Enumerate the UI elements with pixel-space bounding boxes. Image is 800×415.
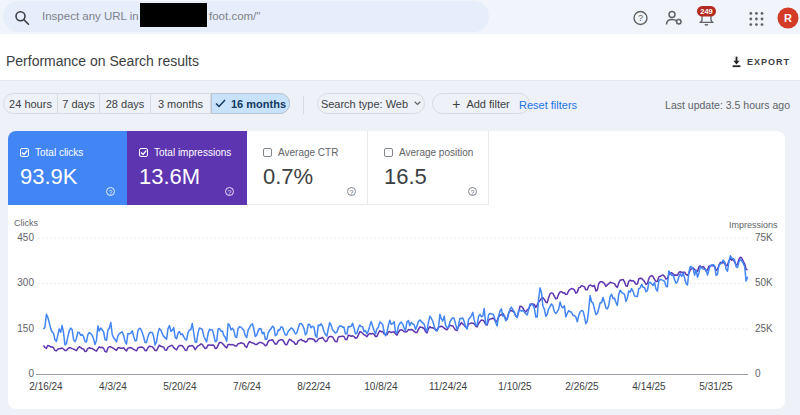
- svg-text:249: 249: [700, 7, 713, 16]
- svg-text:?: ?: [638, 13, 643, 23]
- svg-text:R: R: [784, 12, 792, 24]
